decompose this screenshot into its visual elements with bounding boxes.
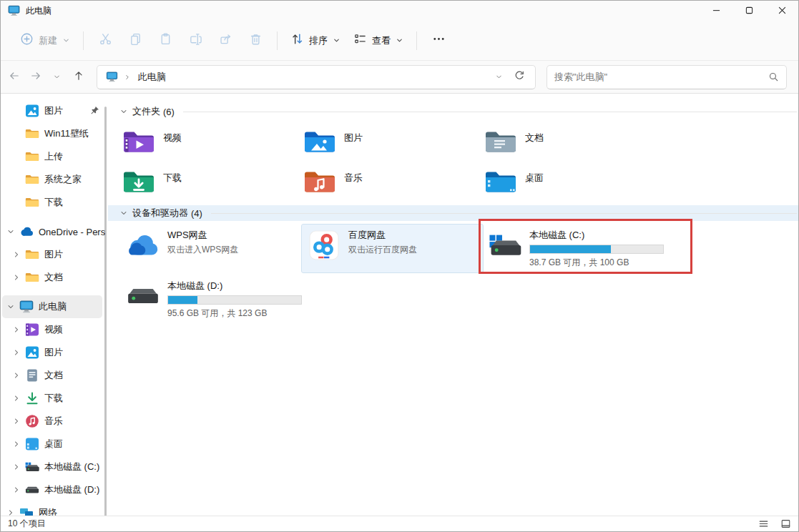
sidebar-item-Win11壁纸[interactable]: Win11壁纸 bbox=[1, 122, 108, 145]
sort-button[interactable]: 排序 bbox=[284, 27, 347, 54]
address-dropdown-button[interactable] bbox=[489, 66, 509, 89]
search-input[interactable]: 搜索"此电脑" bbox=[546, 65, 787, 89]
forward-arrow-icon bbox=[30, 70, 41, 84]
sidebar-item-图片[interactable]: 图片 bbox=[1, 243, 108, 266]
tile-label: 视频 bbox=[163, 132, 182, 144]
paste-button[interactable] bbox=[150, 28, 180, 54]
sidebar-item-音乐[interactable]: 音乐 bbox=[1, 410, 108, 433]
forward-button[interactable] bbox=[25, 66, 46, 89]
sidebar-item-图片[interactable]: 图片 bbox=[1, 99, 108, 122]
sidebar-item-系统之家[interactable]: 系统之家 bbox=[1, 168, 108, 191]
chevron-right-icon[interactable] bbox=[12, 371, 25, 380]
new-button[interactable]: 新建 bbox=[14, 27, 77, 54]
sidebar-item-上传[interactable]: 上传 bbox=[1, 145, 108, 168]
chevron-right-icon bbox=[121, 71, 134, 84]
up-button[interactable] bbox=[68, 66, 89, 89]
share-button[interactable] bbox=[210, 28, 240, 54]
address-bar[interactable]: 此电脑 bbox=[97, 65, 536, 89]
refresh-button[interactable] bbox=[509, 66, 529, 89]
section-title: 设备和驱动器 bbox=[132, 207, 188, 220]
sidebar-item-下载[interactable]: 下载 bbox=[1, 387, 108, 410]
sidebar-item-label: 此电脑 bbox=[39, 300, 67, 313]
device-tile-WPS网盘[interactable]: WPS网盘双击进入WPS网盘 bbox=[121, 225, 302, 272]
view-button[interactable]: 查看 bbox=[347, 27, 410, 54]
file-explorer-window: 此电脑 新建 排序 查看 bbox=[0, 0, 799, 532]
maximize-button[interactable] bbox=[732, 1, 765, 21]
minimize-button[interactable] bbox=[700, 1, 732, 21]
chevron-down-icon[interactable] bbox=[6, 227, 19, 236]
rename-icon bbox=[189, 32, 202, 49]
sidebar-item-本地磁盘 (C:)[interactable]: 本地磁盘 (C:) bbox=[1, 455, 108, 478]
search-placeholder: 搜索"此电脑" bbox=[554, 71, 607, 84]
section-header-文件夹[interactable]: 文件夹(6) bbox=[108, 104, 798, 119]
sidebar-item-桌面[interactable]: 桌面 bbox=[1, 433, 108, 455]
sidebar-item-文档[interactable]: 文档 bbox=[1, 364, 108, 387]
chevron-right-icon[interactable] bbox=[12, 486, 25, 494]
disk-icon bbox=[127, 281, 160, 311]
sidebar-item-label: 本地磁盘 (C:) bbox=[44, 460, 99, 473]
device-name: 百度网盘 bbox=[348, 229, 417, 242]
folder-tile-音乐[interactable]: 音乐 bbox=[302, 165, 483, 198]
sidebar-item-label: Win11壁纸 bbox=[44, 127, 89, 140]
sidebar-item-本地磁盘 (D:)[interactable]: 本地磁盘 (D:) bbox=[1, 478, 108, 501]
cut-button[interactable] bbox=[90, 28, 120, 54]
tile-label: 文档 bbox=[525, 132, 544, 144]
video-icon bbox=[25, 322, 39, 337]
breadcrumb[interactable]: 此电脑 bbox=[134, 69, 170, 86]
section-header-设备和驱动器[interactable]: 设备和驱动器(4) bbox=[108, 205, 798, 221]
disk-win-icon bbox=[25, 460, 39, 474]
sidebar-item-OneDrive - Pers[interactable]: OneDrive - Pers bbox=[1, 220, 108, 243]
recent-locations-button[interactable] bbox=[46, 66, 68, 89]
details-view-button[interactable] bbox=[758, 518, 769, 529]
see-more-button[interactable] bbox=[423, 28, 454, 54]
section-count: (6) bbox=[163, 107, 175, 117]
chevron-down-icon[interactable] bbox=[6, 302, 19, 311]
chevron-right-icon[interactable] bbox=[12, 325, 25, 334]
device-tile-本地磁盘 (D:)[interactable]: 本地磁盘 (D:)95.6 GB 可用，共 123 GB bbox=[121, 275, 302, 323]
back-button[interactable] bbox=[4, 66, 25, 89]
disk-usage-fill bbox=[530, 245, 611, 253]
large-icons-view-button[interactable] bbox=[780, 518, 791, 529]
close-icon bbox=[778, 4, 786, 17]
copy-button[interactable] bbox=[120, 28, 150, 54]
chevron-right-icon[interactable] bbox=[12, 417, 25, 425]
device-tile-info: 本地磁盘 (C:)38.7 GB 可用，共 100 GB bbox=[529, 228, 657, 269]
sidebar-item-网络[interactable]: 网络 bbox=[1, 501, 108, 516]
sidebar-item-文档[interactable]: 文档 bbox=[1, 266, 108, 289]
folder-tile-视频[interactable]: 视频 bbox=[121, 125, 302, 158]
sidebar-item-下载[interactable]: 下载 bbox=[1, 191, 108, 214]
close-button[interactable] bbox=[765, 1, 798, 21]
onedrive-icon bbox=[19, 225, 34, 239]
folder-tile-图片[interactable]: 图片 bbox=[302, 125, 483, 158]
folder-tile-桌面[interactable]: 桌面 bbox=[483, 165, 664, 198]
sidebar-item-视频[interactable]: 视频 bbox=[1, 318, 108, 341]
copy-icon bbox=[129, 32, 142, 49]
sidebar-item-图片[interactable]: 图片 bbox=[1, 341, 108, 364]
folder-tile-文档[interactable]: 文档 bbox=[483, 125, 664, 158]
sidebar-item-此电脑[interactable]: 此电脑 bbox=[2, 295, 102, 318]
device-tile-本地磁盘 (C:)[interactable]: 本地磁盘 (C:)38.7 GB 可用，共 100 GB bbox=[483, 225, 664, 272]
chevron-right-icon[interactable] bbox=[6, 508, 19, 516]
chevron-right-icon[interactable] bbox=[12, 273, 25, 282]
sidebar-item-label: 图片 bbox=[44, 346, 63, 359]
chevron-right-icon[interactable] bbox=[12, 250, 25, 259]
sidebar-item-label: 视频 bbox=[44, 323, 63, 336]
delete-button[interactable] bbox=[240, 28, 270, 54]
chevron-right-icon[interactable] bbox=[12, 440, 25, 448]
address-row: 此电脑 搜索"此电脑" bbox=[1, 61, 798, 94]
folder-tile-下载[interactable]: 下载 bbox=[121, 165, 302, 198]
chevron-down-icon[interactable] bbox=[119, 209, 128, 217]
download-icon bbox=[25, 391, 39, 405]
trash-icon bbox=[249, 32, 263, 49]
maximize-icon bbox=[745, 4, 753, 17]
rename-button[interactable] bbox=[180, 28, 210, 54]
device-tile-百度网盘[interactable]: 百度网盘双击运行百度网盘 bbox=[302, 225, 483, 272]
chevron-down-icon[interactable] bbox=[119, 107, 128, 116]
chevron-right-icon[interactable] bbox=[12, 394, 25, 403]
window-title: 此电脑 bbox=[26, 5, 52, 17]
device-tile-info: 百度网盘双击运行百度网盘 bbox=[348, 228, 417, 256]
clipboard-icon bbox=[159, 32, 172, 49]
chevron-right-icon[interactable] bbox=[12, 348, 25, 357]
tile-label: 桌面 bbox=[525, 172, 544, 184]
chevron-right-icon[interactable] bbox=[12, 463, 25, 471]
